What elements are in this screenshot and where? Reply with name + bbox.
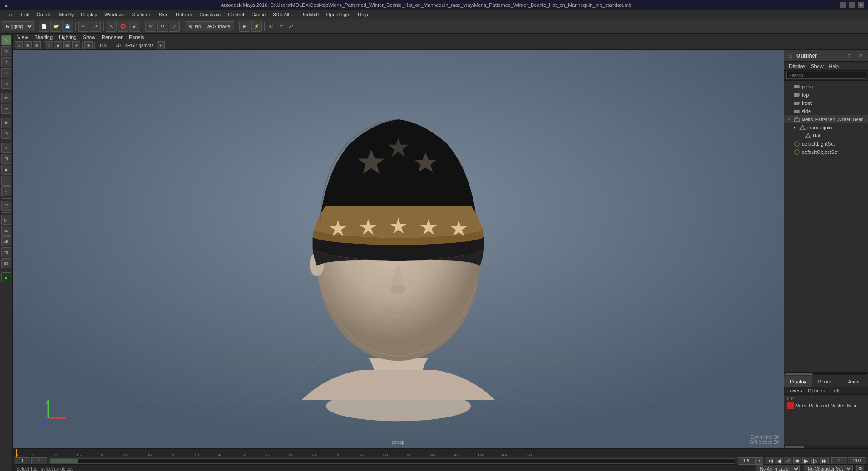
outliner-close-button[interactable]: ✕: [857, 52, 864, 59]
outliner-item-persp[interactable]: persp: [784, 83, 868, 91]
maya-logo-button[interactable]: ▲: [1, 272, 11, 282]
redo-button[interactable]: ↪: [90, 21, 101, 32]
minimize-button[interactable]: —: [840, 2, 846, 8]
menu-constrain[interactable]: Constrain: [196, 11, 224, 18]
outliner-menu-help[interactable]: Help: [826, 63, 842, 70]
channel-box-button[interactable]: CB: [1, 226, 11, 236]
outliner-scrollbar[interactable]: [784, 372, 868, 376]
menu-3dtoall[interactable]: 3DtoAll...: [269, 11, 297, 18]
quick-layout-button[interactable]: QL: [1, 215, 11, 225]
component-mode-button[interactable]: ⊞: [1, 154, 11, 164]
menu-edit[interactable]: Edit: [17, 11, 33, 18]
vp-menu-lighting[interactable]: Lighting: [56, 34, 79, 41]
select-tool-button[interactable]: ↖: [1, 35, 11, 45]
go-start-button[interactable]: ⏮: [766, 457, 774, 465]
menu-help[interactable]: Help: [354, 11, 372, 18]
menu-openflight[interactable]: OpenFlight: [322, 11, 354, 18]
vp-light-button[interactable]: ☀: [72, 41, 80, 49]
universal-tool-button[interactable]: ⊕: [1, 79, 11, 89]
step-forward-button[interactable]: ▷: [811, 457, 819, 465]
play-forward-button[interactable]: ▶: [802, 457, 810, 465]
vp-frame-all-button[interactable]: ⊟: [24, 41, 32, 49]
range-end-input[interactable]: [848, 457, 866, 465]
no-live-surface-button[interactable]: ⊘ No Live Surface: [185, 21, 234, 31]
tab-render[interactable]: Render: [812, 376, 840, 387]
paint-tool-button[interactable]: ✏: [1, 104, 11, 114]
outliner-item-side[interactable]: side: [784, 107, 868, 115]
vp-solid-button[interactable]: ■: [54, 41, 62, 49]
isolate-button[interactable]: ⊙: [1, 129, 11, 139]
timeline-range-bar[interactable]: [50, 458, 735, 464]
close-button[interactable]: ✕: [858, 2, 864, 8]
tab-display[interactable]: Display: [784, 376, 812, 387]
outliner-item-lightset[interactable]: defaultLightSet: [784, 140, 868, 148]
display-layer-button[interactable]: ⬚: [1, 201, 11, 211]
menu-create[interactable]: Create: [33, 11, 55, 18]
scroll-thumb[interactable]: [785, 373, 813, 375]
menu-redshift[interactable]: Redshift: [297, 11, 322, 18]
save-scene-button[interactable]: 💾: [62, 21, 73, 32]
undo-button[interactable]: ↩: [78, 21, 89, 32]
scale-tool-button[interactable]: ⤢: [169, 21, 180, 32]
soft-select-button[interactable]: SS: [1, 93, 11, 103]
outliner-menu-display[interactable]: Display: [786, 63, 808, 70]
menu-deform[interactable]: Deform: [172, 11, 196, 18]
outliner-item-top[interactable]: top: [784, 91, 868, 99]
menu-windows[interactable]: Windows: [101, 11, 128, 18]
go-end-button[interactable]: ⏭: [820, 457, 829, 465]
outliner-item-front[interactable]: front: [784, 99, 868, 107]
status-settings-button[interactable]: ⚙: [856, 465, 864, 471]
object-mode-button[interactable]: ○: [1, 143, 11, 153]
vp-home-button[interactable]: ⌂: [15, 41, 23, 49]
maximize-button[interactable]: □: [849, 2, 855, 8]
menu-skin[interactable]: Skin: [155, 11, 172, 18]
new-scene-button[interactable]: 📄: [39, 21, 49, 32]
move-tool-button[interactable]: ✥: [145, 21, 156, 32]
vp-gamma-dropdown[interactable]: ▾: [157, 41, 165, 49]
vp-menu-view[interactable]: View: [15, 34, 31, 41]
outliner-minimize-button[interactable]: —: [835, 52, 843, 59]
window-controls[interactable]: — □ ✕: [840, 2, 864, 8]
outliner-search-input[interactable]: [786, 72, 866, 79]
channel-scrollbar[interactable]: [784, 445, 868, 448]
rotate-tool-left-button[interactable]: ↺: [1, 57, 11, 67]
lasso-button[interactable]: ⭕: [118, 21, 128, 32]
menu-skeleton[interactable]: Skeleton: [128, 11, 155, 18]
play-back-button[interactable]: ◁: [784, 457, 792, 465]
rotate-tool-button[interactable]: ↺: [157, 21, 168, 32]
vp-texture-button[interactable]: ▤: [63, 41, 71, 49]
outliner-item-hat[interactable]: Hat: [784, 132, 868, 140]
frame-end-toggle[interactable]: ▾: [756, 457, 763, 465]
viewport[interactable]: persp Symmetry: Off Soft Select: Off: [13, 50, 784, 448]
move-tool-left-button[interactable]: ✥: [1, 46, 11, 56]
vertex-mode-button[interactable]: ◆: [1, 165, 11, 175]
stop-button[interactable]: ■: [793, 457, 801, 465]
mode-dropdown[interactable]: Rigging: [2, 21, 34, 31]
options-menu-item[interactable]: Options: [805, 387, 828, 394]
open-scene-button[interactable]: 📂: [50, 21, 61, 32]
show-hide-button[interactable]: 👁: [1, 118, 11, 128]
vp-menu-renderer[interactable]: Renderer: [99, 34, 125, 41]
tab-anim[interactable]: Anim: [840, 376, 868, 387]
outliner-item-mannequin[interactable]: ▾ mannequin: [784, 123, 868, 132]
render-settings-button[interactable]: RS: [1, 258, 11, 268]
frame-start-input[interactable]: [15, 457, 30, 465]
vp-wireframe-button[interactable]: □: [45, 41, 53, 49]
select-button[interactable]: ↖: [106, 21, 117, 32]
frame-end-input[interactable]: [738, 457, 756, 465]
menu-cache[interactable]: Cache: [248, 11, 270, 18]
ipr-render-button[interactable]: ⚡: [251, 21, 262, 32]
timeline-playhead[interactable]: [16, 449, 17, 457]
vp-frame-sel-button[interactable]: ⊞: [33, 41, 41, 49]
edge-mode-button[interactable]: —: [1, 176, 11, 186]
paint-select-button[interactable]: 🖌: [129, 21, 140, 32]
menu-file[interactable]: File: [2, 11, 17, 18]
tool-settings-button[interactable]: TS: [1, 247, 11, 257]
vp-menu-show[interactable]: Show: [80, 34, 99, 41]
menu-modify[interactable]: Modify: [55, 11, 77, 18]
face-mode-button[interactable]: △: [1, 186, 11, 196]
time-ruler[interactable]: 1 5 10 15 20 25 30 35 40 45 50 55 60 65 …: [13, 449, 868, 457]
anim-layer-dropdown[interactable]: No Anim Layer: [756, 465, 800, 471]
current-frame-input[interactable]: [31, 457, 47, 465]
character-set-dropdown[interactable]: No Character Set: [804, 465, 853, 471]
